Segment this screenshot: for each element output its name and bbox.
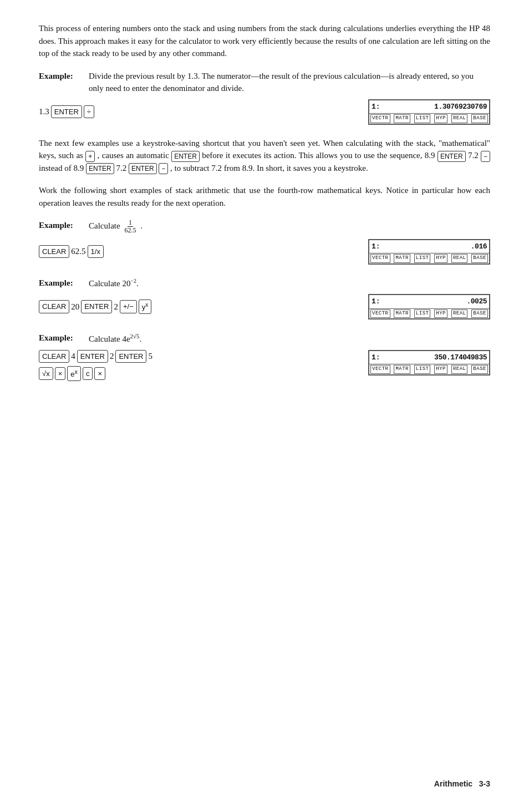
mode-real-2: REAL [451,254,468,263]
lcd-display-4: 1: 350.174049835 VECTR MATR LIST HYP REA… [368,350,490,375]
mode-matr-1: MATR [394,114,410,123]
mode-real-3: REAL [451,309,468,318]
multiply-key[interactable]: × [55,367,66,380]
mode-row-2: VECTR MATR LIST HYP REAL BASE [369,253,489,263]
paragraph-examples-intro: Work the following short examples of sta… [39,184,490,209]
para-3-text-f: 7.2 [116,164,129,172]
stack-level-4: 1: [372,352,380,363]
display-value-1: 1.30769230769 [434,101,487,113]
display-value-4: 350.174049835 [434,352,487,363]
enter-key-inline-5[interactable]: ENTER [129,163,157,174]
mode-vectr-1: VECTR [370,114,390,123]
enter-key-3[interactable]: ENTER [81,300,112,313]
mode-real-1: REAL [451,114,468,123]
mode-base-4: BASE [471,365,488,374]
enter-key-inline-4[interactable]: ENTER [86,163,114,174]
mode-matr-4: MATR [394,365,410,374]
ex-key[interactable]: ex [67,366,81,381]
mode-vectr-3: VECTR [370,309,390,318]
keystroke-row-1: 1.3 ENTER ÷ 1: 1.30769230769 VECTR MATR … [39,99,490,125]
value-2b: 2 [110,350,114,363]
mode-vectr-4: VECTR [370,365,390,374]
keystroke-row-3: CLEAR 20 ENTER 2 +/− yx 1: .0025 VECTR M… [39,294,490,319]
value-4: 4 [71,350,75,363]
para-3-text-g: , to subtract 7.2 from 8.9. In short, it… [170,164,368,172]
value-5: 5 [148,350,152,363]
example-reciprocal: Example: Calculate 1 62.5 . CLEAR 62.5 1… [39,219,490,264]
keystroke-sequence-3: CLEAR 20 ENTER 2 +/− yx [39,300,368,314]
chs-key[interactable]: c [83,367,93,380]
para-3-text-b: , causes an automatic [98,151,169,160]
mode-matr-3: MATR [394,309,410,318]
value-62-5: 62.5 [71,245,85,258]
mode-row-1: VECTR MATR LIST HYP REAL BASE [369,114,489,124]
para-3-text-e: instead of 8.9 [39,164,84,172]
plus-key-inline[interactable]: + [85,151,95,162]
keystroke-sequence-4: CLEAR 4 ENTER 2 ENTER 5 √x × ex c × [39,350,368,381]
mode-hyp-2: HYP [434,254,447,263]
keystroke-sequence-1: 1.3 ENTER ÷ [39,105,368,119]
enter-key-4[interactable]: ENTER [77,350,108,363]
lcd-display-3: 1: .0025 VECTR MATR LIST HYP REAL BASE [368,294,490,319]
para-3-text-c: before it executes its action. This allo… [202,151,435,160]
enter-key-1[interactable]: ENTER [51,105,82,119]
mode-list-2: LIST [414,254,431,263]
minus-key-inline-1[interactable]: − [481,151,490,162]
example-power: Example: Calculate 20−2. CLEAR 20 ENTER … [39,277,490,320]
paragraph-shortcut: The next few examples use a keystroke-sa… [39,137,490,175]
stack-level-2: 1: [372,241,380,252]
example-text-1: Divide the previous result by 1.3. The n… [89,70,490,95]
example-text-2: Calculate 1 62.5 . [89,219,490,234]
example-label-4: Example: [39,332,89,344]
keystroke-row-4: CLEAR 4 ENTER 2 ENTER 5 √x × ex c × 1: 3… [39,350,490,381]
minus-key-inline-2[interactable]: − [159,163,168,174]
footer-section: Arithmetic [434,779,472,788]
example-text-4: Calculate 4e2√5. [89,332,490,346]
mode-hyp-3: HYP [434,309,447,318]
example-label-3: Example: [39,277,89,290]
enter-key-inline-3[interactable]: ENTER [438,151,466,162]
mode-matr-2: MATR [394,254,410,263]
keystroke-row-2: CLEAR 62.5 1/x 1: .016 VECTR MATR LIST H… [39,239,490,265]
multiply-key-2[interactable]: × [94,367,105,380]
example-divide: Example: Divide the previous result by 1… [39,70,490,125]
clear-key-2[interactable]: CLEAR [39,300,69,313]
reciprocal-key[interactable]: 1/x [88,245,104,258]
enter-key-inline-2[interactable]: ENTER [171,151,200,162]
stack-level-1: 1: [372,101,380,113]
paragraph-1: This process of entering numbers onto th… [39,22,490,60]
clear-key-3[interactable]: CLEAR [39,350,69,363]
clear-key-1[interactable]: CLEAR [39,245,69,258]
mode-vectr-2: VECTR [370,254,390,263]
mode-row-3: VECTR MATR LIST HYP REAL BASE [369,309,489,319]
stack-level-3: 1: [372,296,380,307]
mode-base-2: BASE [471,254,488,263]
example-exp: Example: Calculate 4e2√5. CLEAR 4 ENTER … [39,332,490,381]
divide-key-1[interactable]: ÷ [84,105,94,119]
mode-hyp-4: HYP [434,365,447,374]
plusminus-key[interactable]: +/− [120,300,137,313]
yx-key[interactable]: yx [139,300,152,314]
mode-list-3: LIST [414,309,431,318]
sqrt-key[interactable]: √x [39,367,53,380]
enter-key-5[interactable]: ENTER [115,350,146,363]
value-1-3: 1.3 [39,105,49,118]
mode-row-4: VECTR MATR LIST HYP REAL BASE [369,364,489,374]
mode-list-4: LIST [414,365,431,374]
display-value-3: .0025 [466,296,487,307]
fraction-display: 1 62.5 . [122,221,143,230]
value-2: 2 [114,301,118,313]
superscript-neg2: −2 [130,278,136,284]
mode-base-3: BASE [471,309,488,318]
para-3-text-d: 7.2 [468,151,481,160]
keystroke-sequence-2: CLEAR 62.5 1/x [39,245,368,258]
example-label-2: Example: [39,219,89,232]
example-text-3: Calculate 20−2. [89,277,490,290]
lcd-display-2: 1: .016 VECTR MATR LIST HYP REAL BASE [368,239,490,265]
example-label-1: Example: [39,70,89,83]
value-20: 20 [71,301,79,313]
lcd-display-1: 1: 1.30769230769 VECTR MATR LIST HYP REA… [368,99,490,125]
mode-real-4: REAL [451,365,468,374]
mode-base-1: BASE [471,114,488,123]
mode-hyp-1: HYP [434,114,447,123]
